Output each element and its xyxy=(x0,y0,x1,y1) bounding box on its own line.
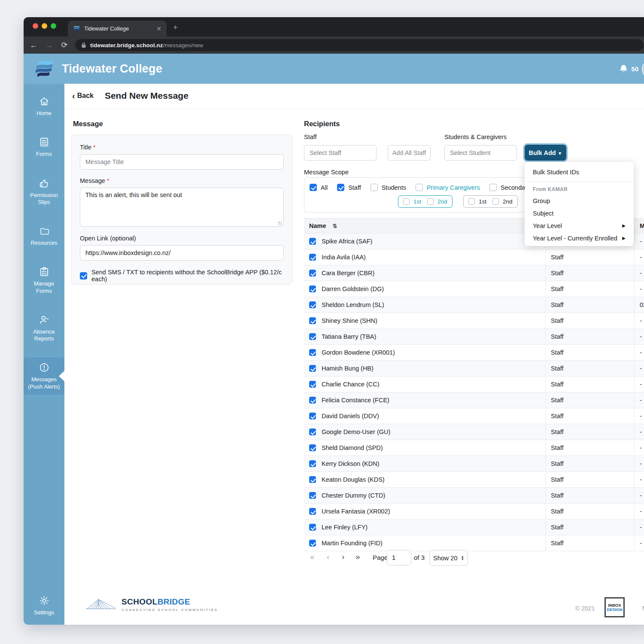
sidebar-item-settings[interactable]: Settings xyxy=(24,591,64,620)
refresh-icon[interactable]: ⟳ xyxy=(60,40,69,50)
primary-1st-checkbox[interactable] xyxy=(403,198,410,205)
row-checkbox[interactable] xyxy=(309,270,316,276)
sidebar-item[interactable]: Home xyxy=(24,91,64,121)
sidebar-item-label: Settings xyxy=(34,609,54,616)
sms-checkbox[interactable] xyxy=(80,272,87,279)
brand-school: SCHOOL xyxy=(122,597,158,606)
recipient-mobile: - xyxy=(634,472,644,487)
secondary-2nd-checkbox[interactable] xyxy=(492,198,499,205)
sidebar-item[interactable]: Absence Reports xyxy=(24,310,64,347)
row-checkbox[interactable] xyxy=(309,238,316,245)
copyright: © 2021 xyxy=(575,605,595,612)
sidebar-item[interactable]: Resources xyxy=(24,221,64,251)
scope-checkbox[interactable] xyxy=(416,184,423,191)
recipient-type: Staff xyxy=(545,265,634,281)
row-checkbox[interactable] xyxy=(309,444,316,451)
show-count-select[interactable]: Show 20 ▲▼ xyxy=(429,550,468,566)
new-tab-button[interactable]: + xyxy=(173,23,178,31)
row-checkbox[interactable] xyxy=(309,317,316,324)
row-checkbox[interactable] xyxy=(309,428,316,435)
name-column-header[interactable]: Name xyxy=(309,222,326,229)
clipped-text: M xyxy=(642,605,644,612)
recipient-name: Felicia Constance (FCE) xyxy=(322,397,389,404)
row-checkbox[interactable] xyxy=(309,413,316,419)
recipient-name: Tatiana Barry (TBA) xyxy=(322,333,376,340)
primary-2nd-checkbox[interactable] xyxy=(427,198,434,205)
last-page-icon[interactable]: » xyxy=(355,552,360,562)
scope-option[interactable]: Primary Caregivers xyxy=(416,184,480,191)
sidebar-item[interactable]: Forms xyxy=(24,132,64,162)
row-checkbox[interactable] xyxy=(309,301,316,308)
tab-close-icon[interactable]: ✕ xyxy=(156,25,161,32)
menu-item[interactable]: Year Level - Currently Enrolled ▶ xyxy=(525,232,634,244)
scope-option[interactable]: All xyxy=(310,184,328,191)
first-page-icon[interactable]: « xyxy=(310,552,315,562)
sidebar-item[interactable]: Manage Forms xyxy=(24,262,64,299)
sort-icon[interactable]: ⇅ xyxy=(333,223,337,229)
message-body-textarea[interactable]: This is an alert, this will be sent out xyxy=(80,188,284,227)
row-checkbox[interactable] xyxy=(309,333,316,340)
scope-checkbox[interactable] xyxy=(337,184,344,191)
scope-option[interactable]: Staff xyxy=(337,184,361,191)
row-checkbox[interactable] xyxy=(309,508,316,515)
row-checkbox[interactable] xyxy=(309,524,316,531)
recipient-name: Charlie Chance (CC) xyxy=(322,381,380,388)
menu-item[interactable]: Group ▶ xyxy=(525,194,634,207)
row-checkbox[interactable] xyxy=(309,349,316,356)
url-bar[interactable]: tidewater.bridge.school.nz/messages/new xyxy=(75,39,644,51)
select-staff-input[interactable] xyxy=(304,145,377,161)
select-student-input[interactable] xyxy=(444,145,517,161)
row-checkbox[interactable] xyxy=(309,540,316,547)
close-window-button[interactable] xyxy=(33,23,38,29)
scope-checkbox[interactable] xyxy=(310,184,317,191)
maximize-window-button[interactable] xyxy=(51,23,56,29)
browser-tab[interactable]: Tidewater College ✕ xyxy=(68,21,167,36)
secondary-1st-checkbox[interactable] xyxy=(468,198,475,205)
page-number-input[interactable] xyxy=(387,550,411,565)
table-row: David Daniels (DDV) Staff - xyxy=(304,408,644,424)
table-row: Keaton Douglas (KDS) Staff - xyxy=(304,472,644,488)
previous-page-icon[interactable]: ‹ xyxy=(327,552,329,562)
menu-item[interactable]: Bulk Student IDs xyxy=(525,165,634,179)
sidebar-item[interactable]: Messages (Push Alerts) xyxy=(24,358,64,395)
submenu-arrow-icon: ▶ xyxy=(622,223,626,228)
row-checkbox[interactable] xyxy=(309,381,316,388)
recipients-table: Name ⇅ Mo Spike Africa (SAF) xyxy=(304,218,644,551)
avatar[interactable] xyxy=(642,60,644,79)
row-checkbox[interactable] xyxy=(309,492,316,499)
notification-bell-icon[interactable] xyxy=(620,64,628,73)
row-checkbox[interactable] xyxy=(309,254,316,261)
forward-icon[interactable]: → xyxy=(44,41,54,50)
row-checkbox[interactable] xyxy=(309,397,316,404)
back-button[interactable]: ‹ Back xyxy=(72,92,94,100)
required-asterisk: * xyxy=(93,144,96,151)
add-all-staff-button[interactable]: Add All Staff xyxy=(388,145,431,161)
menu-item[interactable]: Subject ▶ xyxy=(525,207,634,219)
bulk-add-button[interactable]: Bulk Add▼ xyxy=(525,145,566,161)
table-row: Gordon Bowdene (XR001) Staff - xyxy=(304,345,644,361)
minimize-window-button[interactable] xyxy=(42,23,47,29)
open-link-input[interactable] xyxy=(80,245,284,261)
row-checkbox[interactable] xyxy=(309,286,316,292)
next-page-icon[interactable]: › xyxy=(342,552,344,562)
row-checkbox[interactable] xyxy=(309,460,316,467)
page-title: Send New Message xyxy=(105,91,188,101)
recipient-name: Sheld Diamond (SPD) xyxy=(322,444,383,451)
recipient-mobile: - xyxy=(634,377,644,392)
scope-option-label: Primary Caregivers xyxy=(427,184,480,191)
scope-checkbox[interactable] xyxy=(371,184,378,191)
scope-checkbox[interactable] xyxy=(489,184,497,191)
sidebar-item-label: Resources xyxy=(30,240,57,246)
window-controls[interactable] xyxy=(33,23,56,29)
message-title-input[interactable] xyxy=(80,154,284,170)
scope-option[interactable]: Students xyxy=(371,184,406,191)
sidebar-item-icon xyxy=(39,314,50,325)
brand-bridge: BRIDGE xyxy=(158,597,190,606)
menu-item[interactable]: Year Level ▶ xyxy=(525,219,634,232)
recipient-type: Staff xyxy=(545,472,634,487)
row-checkbox[interactable] xyxy=(309,365,316,372)
row-checkbox[interactable] xyxy=(309,476,316,483)
back-icon[interactable]: ← xyxy=(29,41,38,50)
scope-option-label: All xyxy=(321,184,328,191)
sidebar-item[interactable]: Permission Slips xyxy=(24,173,64,210)
